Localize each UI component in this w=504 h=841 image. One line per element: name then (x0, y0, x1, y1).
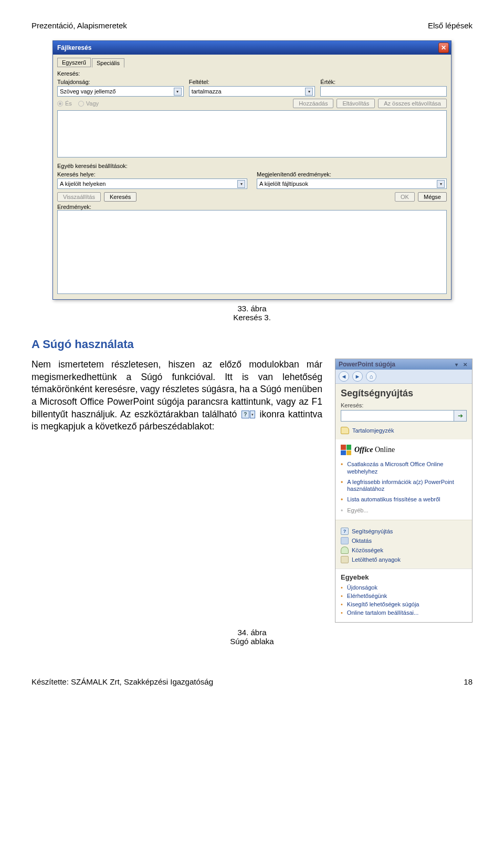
footer-page-num: 18 (464, 677, 472, 686)
close-icon[interactable]: ✕ (461, 361, 469, 368)
file-search-dialog: Fájlkeresés ✕ Egyszerű Speciális Keresés… (52, 40, 452, 300)
question-icon: ? (242, 411, 249, 418)
help-toolbar-icon: ? ▾ (242, 411, 255, 418)
toc-label: Tartalomjegyzék (352, 427, 394, 434)
location-dropdown[interactable]: A kijelölt helyeken ▾ (57, 178, 247, 189)
criteria-list[interactable] (57, 110, 447, 157)
list-item[interactable]: Oktatás (341, 536, 467, 545)
radio-and-label: És (65, 100, 72, 107)
list-item[interactable]: Kisegítő lehetőségek súgója (341, 600, 467, 608)
footer-left: Készítette: SZÁMALK Zrt, Szakképzési Iga… (32, 677, 213, 686)
ok-button: OK (395, 192, 415, 202)
tab-advanced[interactable]: Speciális (92, 58, 124, 68)
office-online-logo: Office Office OnlineOnline (341, 445, 467, 455)
chevron-down-icon: ▾ (305, 88, 313, 96)
help-heading: Segítségnyújtás (341, 388, 467, 399)
help-search-label: Keresés: (341, 402, 467, 408)
list-item[interactable]: Elérhetőségünk (341, 592, 467, 600)
remove-button: Eltávolítás (337, 99, 375, 108)
condition-label: Feltétel: (189, 79, 316, 85)
results-list[interactable] (57, 210, 447, 294)
property-label: Tulajdonság: (57, 79, 184, 85)
header-right: Első lépések (428, 21, 472, 30)
condition-value: tartalmazza (192, 88, 222, 94)
chevron-down-icon: ▾ (437, 180, 445, 188)
list-item[interactable]: Újdonságok (341, 583, 467, 592)
help-search-input[interactable] (341, 410, 454, 422)
other-links: Újdonságok Elérhetőségünk Kisegítő lehet… (341, 583, 467, 617)
help-pane: PowerPoint súgója ▾ ✕ ◄ ► ⌂ Segítségnyúj… (335, 359, 472, 623)
property-value: Szöveg vagy jellemző (60, 88, 116, 94)
results-type-dropdown[interactable]: A kijelölt fájltípusok ▾ (257, 178, 447, 189)
fig1-cap: Keresés 3. (32, 313, 472, 322)
add-button: Hozzáadás (293, 99, 333, 108)
dropdown-arrow-icon: ▾ (250, 411, 255, 418)
help-icon: ? (341, 528, 349, 535)
list-item[interactable]: Lista automatikus frissítése a webről (341, 495, 467, 506)
cancel-button[interactable]: Mégse (418, 192, 447, 202)
remove-all-button: Az összes eltávolítása (378, 99, 447, 108)
office-logo-icon (341, 445, 351, 455)
body-paragraph: Nem ismertetem részletesen, hiszen az el… (32, 359, 322, 433)
forward-icon[interactable]: ► (352, 371, 363, 382)
search-button[interactable]: Keresés (104, 192, 136, 202)
location-value: A kijelölt helyeken (60, 181, 106, 187)
radio-and (57, 101, 63, 107)
results-type-label: Megjelenítendő eredmények: (257, 171, 447, 177)
radio-or (78, 101, 84, 107)
list-item[interactable]: Online tartalom beállításai... (341, 608, 467, 617)
fig2-num: 34. ábra (32, 628, 472, 637)
close-icon[interactable]: ✕ (438, 43, 449, 53)
list-item[interactable]: Közösségek (341, 545, 467, 555)
fig1-num: 33. ábra (32, 304, 472, 313)
value-label: Érték: (320, 79, 447, 85)
location-label: Keresés helye: (57, 171, 247, 177)
help-pane-title: PowerPoint súgója ▾ ✕ (335, 359, 472, 370)
chevron-down-icon: ▾ (174, 88, 182, 96)
tab-simple[interactable]: Egyszerű (57, 58, 91, 67)
community-icon (341, 546, 349, 554)
results-label: Eredmények: (57, 204, 447, 210)
list-item[interactable]: ?Segítségnyújtás (341, 527, 467, 536)
fig2-cap: Súgó ablaka (32, 637, 472, 646)
other-heading: Egyebek (341, 573, 467, 581)
training-icon (341, 537, 349, 544)
property-dropdown[interactable]: Szöveg vagy jellemző ▾ (57, 86, 184, 97)
condition-dropdown[interactable]: tartalmazza ▾ (189, 86, 316, 97)
dialog-titlebar: Fájlkeresés ✕ (53, 41, 451, 55)
office-online-links: Csatlakozás a Microsoft Office Online we… (341, 459, 467, 517)
see-also-list: ?Segítségnyújtás Oktatás Közösségek Letö… (341, 527, 467, 564)
help-nav: ◄ ► ⌂ (335, 370, 472, 384)
chevron-down-icon: ▾ (237, 180, 245, 188)
list-item[interactable]: Letölthető anyagok (341, 555, 467, 564)
reset-button: Visszaállítás (57, 192, 101, 202)
search-go-icon[interactable]: ➔ (454, 410, 467, 422)
back-icon[interactable]: ◄ (339, 371, 349, 382)
list-item[interactable]: Csatlakozás a Microsoft Office Online we… (341, 459, 467, 477)
section-heading: A Súgó használata (32, 338, 472, 351)
dialog-title: Fájlkeresés (57, 44, 91, 51)
radio-or-label: Vagy (86, 100, 99, 107)
download-icon (341, 556, 349, 563)
list-item[interactable]: A legfrissebb információk a(z) PowerPoin… (341, 477, 467, 495)
other-settings-label: Egyéb keresési beállítások: (57, 163, 447, 169)
menu-arrow-icon[interactable]: ▾ (453, 361, 460, 368)
search-label: Keresés: (57, 70, 447, 77)
book-icon (341, 427, 349, 434)
results-type-value: A kijelölt fájltípusok (259, 181, 308, 187)
value-input[interactable] (320, 86, 447, 97)
help-title-text: PowerPoint súgója (339, 361, 395, 368)
toc-link[interactable]: Tartalomjegyzék (341, 427, 467, 434)
list-item-more[interactable]: Egyéb... (341, 506, 467, 517)
header-left: Prezentáció, Alapismeretek (32, 21, 127, 30)
home-icon[interactable]: ⌂ (366, 371, 376, 382)
